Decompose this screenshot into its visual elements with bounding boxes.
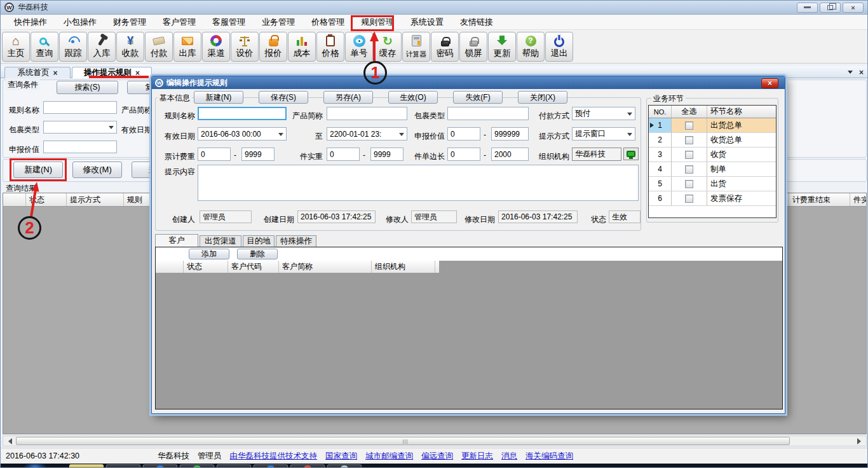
status-link-tech-support[interactable]: 由华磊科技提供技术支持 bbox=[230, 451, 318, 462]
dlg-ticket-charge-weight-from-input[interactable]: 0 bbox=[198, 148, 231, 161]
dialog-close-action-button[interactable]: 关闭(X) bbox=[518, 91, 567, 104]
search-button[interactable]: 搜索(S) bbox=[57, 81, 118, 94]
declared-value-input[interactable] bbox=[43, 141, 117, 153]
menu-item-finance[interactable]: 财务管理 bbox=[105, 15, 154, 30]
dialog-close-button[interactable]: × bbox=[761, 78, 778, 88]
status-link-customs-code-query[interactable]: 海关编码查询 bbox=[526, 451, 573, 462]
dlg-pay-mode-select[interactable]: 预付 bbox=[572, 107, 635, 120]
dlg-piece-weight-from-input[interactable]: 0 bbox=[327, 148, 360, 161]
dlg-org-input[interactable]: 华磊科技 bbox=[572, 148, 621, 161]
step-checkbox[interactable] bbox=[685, 136, 693, 144]
toolbar-pay-button[interactable]: 付款 bbox=[145, 32, 173, 62]
scrollbar-thumb[interactable] bbox=[16, 437, 790, 445]
dlg-product-select[interactable] bbox=[327, 107, 407, 120]
dialog-save-as-button[interactable]: 另存(A) bbox=[323, 91, 373, 104]
dlg-rule-name-input[interactable] bbox=[198, 107, 287, 120]
step-checkbox[interactable] bbox=[685, 151, 693, 159]
steps-row[interactable]: 5 出货 bbox=[649, 177, 776, 191]
dialog-save-button[interactable]: 保存(S) bbox=[259, 91, 308, 104]
scroll-left-button[interactable] bbox=[3, 436, 14, 446]
subtab-customer[interactable]: 客户 bbox=[155, 234, 198, 247]
toolbar-cost-button[interactable]: 成本 bbox=[288, 32, 316, 62]
status-link-update-log[interactable]: 更新日志 bbox=[461, 451, 493, 462]
minimize-button[interactable] bbox=[797, 3, 818, 13]
toolbar-home-button[interactable]: ⌂主页 bbox=[2, 32, 30, 62]
menu-item-pricing[interactable]: 价格管理 bbox=[303, 15, 353, 30]
toolbar-help-button[interactable]: 帮助 bbox=[517, 32, 545, 62]
steps-row[interactable]: 3 收货 bbox=[649, 148, 776, 162]
status-link-country-query[interactable]: 国家查询 bbox=[325, 451, 357, 462]
menu-item-links[interactable]: 友情链接 bbox=[452, 15, 501, 30]
menu-item-customer[interactable]: 客户管理 bbox=[154, 15, 204, 30]
status-link-remote-query[interactable]: 偏远查询 bbox=[421, 451, 453, 462]
menu-item-rules[interactable]: 规则管理 bbox=[353, 15, 402, 30]
status-link-city-zip-query[interactable]: 城市邮编查询 bbox=[365, 451, 413, 462]
toolbar-price-button[interactable]: 价格 bbox=[316, 32, 344, 62]
subtab-destination[interactable]: 目的地 bbox=[243, 235, 275, 247]
taskbar-button[interactable] bbox=[106, 464, 140, 468]
toolbar-calculator-button[interactable]: 计算器 bbox=[402, 32, 430, 62]
step-checkbox[interactable] bbox=[685, 195, 693, 203]
tab-list-dropdown-icon[interactable] bbox=[848, 71, 853, 76]
dlg-prompt-content-textarea[interactable] bbox=[198, 165, 639, 201]
rule-name-input[interactable] bbox=[43, 101, 117, 114]
subtab-special-ops[interactable]: 特殊操作 bbox=[276, 235, 316, 247]
toolbar-update-button[interactable]: 更新 bbox=[488, 32, 516, 62]
dialog-disable-button[interactable]: 失效(F) bbox=[453, 91, 503, 104]
restore-button[interactable] bbox=[820, 3, 841, 13]
tabstrip-close-icon[interactable]: × bbox=[859, 69, 864, 76]
start-orb-icon[interactable] bbox=[24, 464, 46, 468]
steps-row[interactable]: 4 制单 bbox=[649, 162, 776, 177]
new-rule-button[interactable]: 新建(N) bbox=[13, 162, 63, 178]
dlg-piece-weight-to-input[interactable]: 9999 bbox=[370, 148, 403, 161]
tab-operation-prompt-rules[interactable]: 操作提示规则 × bbox=[72, 67, 152, 78]
status-link-messages[interactable]: 消息 bbox=[501, 451, 517, 462]
subtab-outbound-channel[interactable]: 出货渠道 bbox=[200, 235, 241, 247]
toolbar-exit-button[interactable]: 退出 bbox=[545, 32, 573, 62]
toolbar-cache-button[interactable]: ↻缓存 bbox=[374, 32, 402, 62]
menu-item-service[interactable]: 客服管理 bbox=[204, 15, 254, 30]
dlg-ticket-charge-weight-to-input[interactable]: 9999 bbox=[241, 148, 275, 161]
step-checkbox[interactable] bbox=[685, 165, 693, 174]
close-button[interactable]: × bbox=[843, 3, 864, 13]
toolbar-inbound-button[interactable]: 入库 bbox=[88, 32, 116, 62]
menu-item-system-settings[interactable]: 系统设置 bbox=[402, 15, 452, 30]
menu-item-express-ops[interactable]: 快件操作 bbox=[6, 15, 55, 30]
toolbar-search-button[interactable]: 查询 bbox=[31, 32, 58, 62]
dlg-declared-value-from-input[interactable]: 0 bbox=[447, 127, 480, 141]
steps-row[interactable]: 6 发票保存 bbox=[649, 191, 776, 206]
step-checkbox[interactable] bbox=[685, 121, 693, 130]
toolbar-track-button[interactable]: 跟踪 bbox=[59, 32, 87, 62]
dlg-piece-edge-from-input[interactable]: 0 bbox=[447, 148, 480, 161]
menu-item-business[interactable]: 业务管理 bbox=[254, 15, 303, 30]
menu-item-parcel-ops[interactable]: 小包操作 bbox=[55, 15, 105, 30]
dlg-valid-date-select[interactable]: 2016-06-03 00:00 bbox=[198, 127, 287, 141]
dlg-package-type-select[interactable] bbox=[447, 107, 529, 120]
toolbar-setprice-button[interactable]: 设价 bbox=[231, 32, 259, 62]
dlg-declared-value-to-input[interactable]: 999999 bbox=[491, 127, 529, 141]
toolbar-channel-button[interactable]: 渠道 bbox=[202, 32, 230, 62]
taskbar-button[interactable] bbox=[69, 464, 104, 468]
dlg-piece-edge-to-input[interactable]: 2000 bbox=[491, 148, 529, 161]
add-customer-button[interactable]: 添加 bbox=[189, 249, 229, 259]
toolbar-trackingno-button[interactable]: 单号 bbox=[345, 32, 373, 62]
tab-system-home[interactable]: 系统首页 × bbox=[4, 67, 71, 78]
modify-rule-button[interactable]: 修改(M) bbox=[72, 162, 122, 178]
toolbar-collect-button[interactable]: ¥收款 bbox=[116, 32, 144, 62]
remove-customer-button[interactable]: 删除 bbox=[237, 249, 278, 259]
toolbar-outbound-button[interactable]: 出库 bbox=[173, 32, 201, 62]
org-picker-button[interactable] bbox=[623, 148, 639, 160]
tab-close-icon[interactable]: × bbox=[53, 69, 57, 77]
tab-close-icon[interactable]: × bbox=[135, 69, 140, 77]
toolbar-quote-button[interactable]: 报价 bbox=[259, 32, 287, 62]
dlg-prompt-mode-select[interactable]: 提示窗口 bbox=[572, 127, 635, 141]
scroll-right-button[interactable] bbox=[855, 436, 866, 446]
steps-row[interactable]: 1 出货总单 bbox=[649, 118, 776, 133]
dlg-valid-date-end-select[interactable]: 2200-01-01 23: bbox=[327, 127, 407, 141]
steps-row[interactable]: 2 收货总单 bbox=[649, 133, 776, 148]
step-checkbox[interactable] bbox=[685, 180, 693, 188]
dialog-enable-button[interactable]: 生效(O) bbox=[388, 91, 438, 104]
toolbar-password-button[interactable]: 密码 bbox=[431, 32, 459, 62]
taskbar-button[interactable] bbox=[217, 464, 251, 468]
package-type-select[interactable] bbox=[43, 121, 117, 134]
